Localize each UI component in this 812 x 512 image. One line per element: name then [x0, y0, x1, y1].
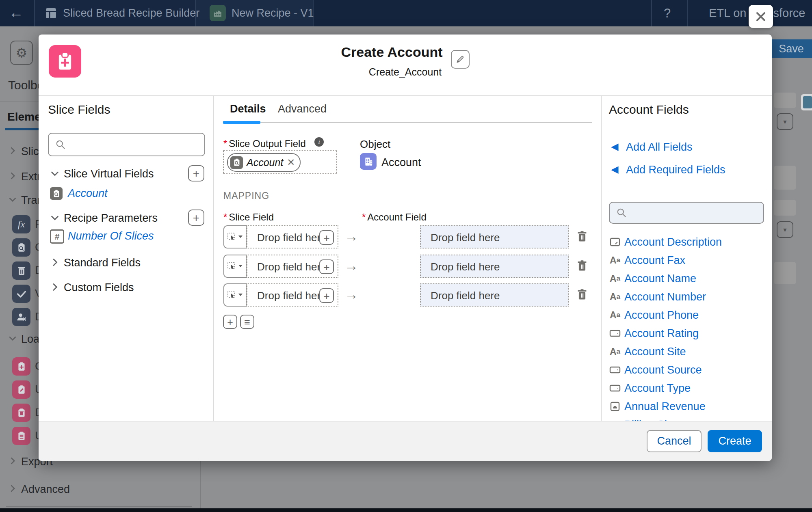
cancel-button[interactable]: Cancel [647, 430, 702, 452]
group-custom-fields[interactable]: Custom Fields [64, 281, 134, 294]
chevron-right-icon [8, 484, 17, 493]
divider [39, 124, 213, 124]
slice-output-field-label: *Slice Output Field [223, 138, 306, 149]
account-fields-search-input[interactable] [609, 202, 764, 224]
account-pill[interactable]: Account ✕ [227, 153, 301, 172]
chevron-down-icon[interactable] [50, 169, 60, 178]
modal-footer: Cancel Create [39, 421, 772, 461]
recipe-tab-icon [210, 5, 226, 21]
slice-field-dropzone[interactable]: Drop field here + [247, 255, 338, 278]
trash-icon[interactable] [576, 289, 588, 302]
triangle-left-icon: ◀ [611, 141, 618, 152]
field-item[interactable]: Aa Account Number [602, 290, 772, 306]
slice-field-dropzone[interactable]: Drop field here + [247, 225, 338, 248]
field-item[interactable]: Account Description [602, 235, 772, 251]
chevron-right-icon [8, 456, 17, 465]
tab-rule [223, 122, 592, 123]
slice-output-dropzone[interactable]: Account ✕ [223, 150, 337, 174]
create-button[interactable]: Create [708, 430, 762, 452]
active-tab-underline [223, 121, 260, 124]
add-required-fields-link[interactable]: ◀ Add Required Fields [611, 164, 725, 176]
dedupe-node-icon[interactable] [12, 308, 30, 326]
chevron-right-icon [8, 171, 17, 180]
field-number-of-slices[interactable]: Number Of Slices [68, 230, 154, 242]
text-type-icon: Aa [609, 292, 621, 302]
chevron-right-icon[interactable] [50, 282, 60, 292]
gear-icon[interactable]: ⚙ [10, 41, 33, 65]
pill-label: Account [247, 157, 283, 169]
back-arrow-icon[interactable]: ← [9, 0, 24, 25]
text-type-icon: Aa [609, 273, 621, 284]
arrow-right-icon: → [344, 287, 358, 302]
object-label: Object [360, 138, 390, 151]
info-icon[interactable]: i [314, 137, 324, 147]
slice-node-icon[interactable] [12, 238, 30, 257]
field-item[interactable]: Aa Account Fax [602, 253, 772, 270]
sidebar-edge [200, 461, 201, 508]
mapping-row: Drop field here + → Drop field here [214, 283, 601, 307]
create-node-icon[interactable] [12, 357, 30, 376]
currency-type-icon [609, 401, 621, 412]
drop-node-icon[interactable] [12, 261, 30, 280]
close-modal-button[interactable] [749, 5, 773, 28]
details-panel: Details Advanced *Slice Output Field i A… [214, 95, 601, 421]
trash-icon[interactable] [576, 260, 588, 274]
close-icon [755, 11, 767, 23]
required-asterisk: * [223, 138, 227, 149]
chevron-down-icon[interactable] [50, 213, 60, 223]
update-node-icon[interactable] [12, 380, 30, 399]
validate-node-icon[interactable] [12, 285, 30, 303]
picklist-type-icon [609, 383, 621, 393]
tab-advanced[interactable]: Advanced [278, 103, 327, 115]
remove-pill-icon[interactable]: ✕ [287, 157, 295, 168]
drop-target-icon [227, 261, 237, 271]
bulk-add-rows-button[interactable]: ≡ [240, 315, 254, 329]
delete-node-icon[interactable] [12, 404, 30, 422]
field-item[interactable]: Aa Billing Ci [602, 418, 772, 421]
add-virtual-field-button[interactable]: + [188, 165, 204, 181]
help-icon[interactable]: ? [664, 0, 671, 26]
sidebar-divider [0, 70, 39, 70]
trash-icon[interactable] [576, 231, 588, 244]
account-field-dropzone[interactable]: Drop field here [420, 255, 569, 278]
field-item[interactable]: Account Source [602, 363, 772, 379]
field-item[interactable]: Aa Account Site [602, 345, 772, 361]
field-item[interactable]: Aa Account Phone [602, 308, 772, 324]
dropdown-button[interactable]: ▼ [777, 113, 793, 130]
field-item[interactable]: Aa Account Name [602, 272, 772, 288]
save-button[interactable]: Save [766, 39, 812, 58]
upsert-node-icon[interactable] [12, 427, 30, 445]
field-item[interactable]: Annual Revenue [602, 400, 772, 416]
slice-fields-search-input[interactable] [48, 133, 205, 156]
add-field-button[interactable]: + [319, 288, 334, 303]
add-all-fields-link[interactable]: ◀ Add All Fields [611, 141, 693, 153]
ghost-panel [774, 93, 796, 108]
account-fields-panel: Account Fields ◀ Add All Fields ◀ Add Re… [601, 95, 772, 421]
recipe-tab-label[interactable]: New Recipe - V1 [232, 0, 314, 26]
add-mapping-row-button[interactable]: + [223, 315, 237, 329]
object-value: Account [381, 156, 421, 169]
group-recipe-parameters[interactable]: Recipe Parameters [64, 212, 158, 225]
chevron-right-icon[interactable] [50, 257, 60, 267]
account-field-dropzone[interactable]: Drop field here [420, 225, 569, 248]
account-field-dropzone[interactable]: Drop field here [420, 283, 569, 307]
panel-title: Account Fields [609, 103, 689, 117]
modal-header: Create Account Create_Account [39, 35, 772, 96]
add-parameter-button[interactable]: + [188, 210, 204, 226]
field-picker-button[interactable] [223, 225, 247, 248]
group-slice-virtual-fields[interactable]: Slice Virtual Fields [64, 168, 154, 180]
add-field-button[interactable]: + [319, 259, 334, 274]
field-account[interactable]: Account [68, 187, 108, 200]
formula-node-icon[interactable]: fx [12, 215, 30, 233]
group-standard-fields[interactable]: Standard Fields [64, 257, 141, 269]
tab-details[interactable]: Details [230, 103, 266, 115]
field-picker-button[interactable] [223, 255, 247, 278]
slice-field-dropzone[interactable]: Drop field here + [247, 283, 338, 307]
dropdown-button[interactable]: ▼ [777, 221, 793, 238]
field-item[interactable]: Account Rating [602, 326, 772, 343]
field-item[interactable]: Account Type [602, 381, 772, 398]
number-icon: # [50, 229, 64, 244]
field-picker-button[interactable] [223, 283, 247, 307]
add-field-button[interactable]: + [319, 230, 334, 245]
slice-fields-panel: Slice Fields Slice Virtual Fields + Acco… [39, 95, 214, 421]
